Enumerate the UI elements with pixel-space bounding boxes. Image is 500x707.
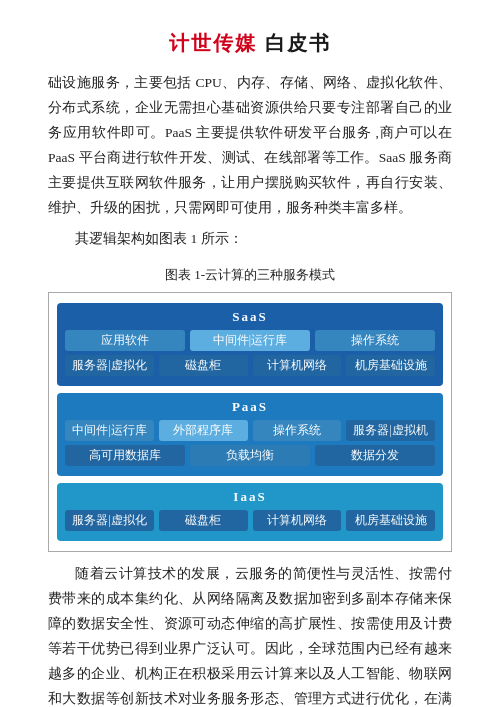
paas-layer: PaaS 中间件|运行库 外部程序库 操作系统 服务器|虚拟机 高可用数据库 负… bbox=[57, 393, 443, 476]
saas-cell-6: 计算机网络 bbox=[253, 355, 342, 376]
paas-cell-1: 中间件|运行库 bbox=[65, 420, 154, 441]
saas-cell-4: 服务器|虚拟化 bbox=[65, 355, 154, 376]
saas-layer: SaaS 应用软件 中间件|运行库 操作系统 服务器|虚拟化 磁盘柜 计算机网络… bbox=[57, 303, 443, 386]
paas-label: PaaS bbox=[65, 399, 435, 415]
paas-cell-2: 外部程序库 bbox=[159, 420, 248, 441]
iaas-cell-3: 计算机网络 bbox=[253, 510, 342, 531]
diagram-section: 图表 1-云计算的三种服务模式 SaaS 应用软件 中间件|运行库 操作系统 服… bbox=[48, 266, 452, 552]
saas-label: SaaS bbox=[65, 309, 435, 325]
saas-cell-1: 应用软件 bbox=[65, 330, 185, 351]
iaas-cell-4: 机房基础设施 bbox=[346, 510, 435, 531]
saas-row2: 服务器|虚拟化 磁盘柜 计算机网络 机房基础设施 bbox=[65, 355, 435, 376]
saas-cell-2: 中间件|运行库 bbox=[190, 330, 310, 351]
paas-cell-4: 服务器|虚拟机 bbox=[346, 420, 435, 441]
title-highlight: 计世传媒 bbox=[169, 32, 257, 54]
diagram-wrapper: SaaS 应用软件 中间件|运行库 操作系统 服务器|虚拟化 磁盘柜 计算机网络… bbox=[48, 292, 452, 552]
title-normal: 白皮书 bbox=[257, 32, 331, 54]
paas-row1: 中间件|运行库 外部程序库 操作系统 服务器|虚拟机 bbox=[65, 420, 435, 441]
bottom-paragraph: 随着云计算技术的发展，云服务的简便性与灵活性、按需付费带来的成本集约化、从网络隔… bbox=[48, 562, 452, 707]
iaas-cell-2: 磁盘柜 bbox=[159, 510, 248, 531]
iaas-cell-1: 服务器|虚拟化 bbox=[65, 510, 154, 531]
paas-row2: 高可用数据库 负载均衡 数据分发 bbox=[65, 445, 435, 466]
iaas-row1: 服务器|虚拟化 磁盘柜 计算机网络 机房基础设施 bbox=[65, 510, 435, 531]
diagram-title: 图表 1-云计算的三种服务模式 bbox=[48, 266, 452, 284]
page-title: 计世传媒 白皮书 bbox=[48, 30, 452, 57]
paas-cell-5: 高可用数据库 bbox=[65, 445, 185, 466]
saas-cell-3: 操作系统 bbox=[315, 330, 435, 351]
saas-cell-7: 机房基础设施 bbox=[346, 355, 435, 376]
paas-cell-3: 操作系统 bbox=[253, 420, 342, 441]
iaas-label: IaaS bbox=[65, 489, 435, 505]
saas-cell-5: 磁盘柜 bbox=[159, 355, 248, 376]
iaas-layer: IaaS 服务器|虚拟化 磁盘柜 计算机网络 机房基础设施 bbox=[57, 483, 443, 541]
saas-row1: 应用软件 中间件|运行库 操作系统 bbox=[65, 330, 435, 351]
page: 计世传媒 白皮书 础设施服务，主要包括 CPU、内存、存储、网络、虚拟化软件、分… bbox=[0, 0, 500, 707]
paas-cell-6: 负载均衡 bbox=[190, 445, 310, 466]
intro-sub: 其逻辑架构如图表 1 所示： bbox=[48, 227, 452, 252]
paas-cell-7: 数据分发 bbox=[315, 445, 435, 466]
intro-paragraph: 础设施服务，主要包括 CPU、内存、存储、网络、虚拟化软件、分布式系统，企业无需… bbox=[48, 71, 452, 221]
